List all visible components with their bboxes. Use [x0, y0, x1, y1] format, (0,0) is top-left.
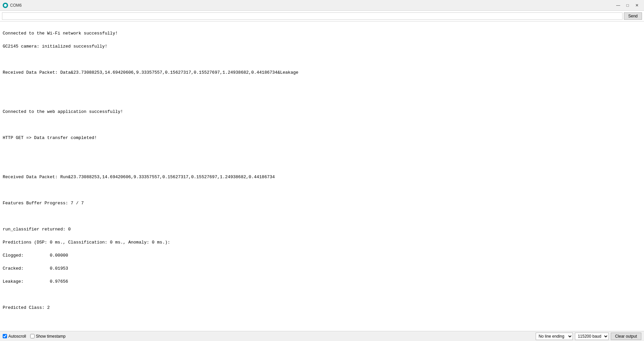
clear-output-button[interactable]: Clear output — [611, 333, 641, 340]
window-controls: — □ ✕ — [614, 2, 641, 9]
output-line: Cracked: 0.01953 — [3, 265, 641, 272]
svg-point-0 — [4, 4, 7, 7]
title-bar-left: COM6 — [3, 3, 22, 8]
window-title: COM6 — [10, 3, 22, 8]
output-line — [3, 187, 641, 194]
output-line: Received Data Packet: Data&23.73088253,1… — [3, 69, 641, 76]
output-line — [3, 161, 641, 167]
output-line — [3, 56, 641, 63]
baud-rate-select[interactable]: 300 baud 1200 baud 2400 baud 4800 baud 9… — [575, 333, 609, 340]
line-ending-select[interactable]: No line ending Newline Carriage return B… — [536, 333, 573, 340]
output-area: Connected to the Wi-Fi network successfu… — [0, 21, 644, 331]
output-line — [3, 122, 641, 128]
output-line: Features Buffer Progress: 7 / 7 — [3, 200, 641, 207]
autoscroll-text: Autoscroll — [8, 334, 26, 339]
output-line — [3, 148, 641, 154]
output-line — [3, 291, 641, 298]
output-line: run_classifier returned: 0 — [3, 226, 641, 233]
autoscroll-label[interactable]: Autoscroll — [3, 334, 26, 339]
output-line — [3, 318, 641, 324]
input-area: Send — [0, 11, 644, 21]
show-timestamp-label[interactable]: Show timestamp — [30, 334, 66, 339]
output-line — [3, 95, 641, 102]
show-timestamp-checkbox[interactable] — [30, 334, 35, 338]
status-right: No line ending Newline Carriage return B… — [536, 333, 641, 340]
autoscroll-checkbox[interactable] — [3, 334, 7, 338]
send-button[interactable]: Send — [624, 12, 642, 20]
serial-input[interactable] — [2, 12, 623, 20]
minimize-button[interactable]: — — [614, 2, 623, 9]
title-bar: COM6 — □ ✕ — [0, 0, 644, 11]
output-line: Connected to the web application success… — [3, 109, 641, 115]
output-line — [3, 82, 641, 89]
output-line: Clogged: 0.00000 — [3, 252, 641, 259]
output-line: Predicted Class: 2 — [3, 304, 641, 311]
app-icon — [3, 3, 8, 8]
status-bar: Autoscroll Show timestamp No line ending… — [0, 331, 644, 341]
show-timestamp-text: Show timestamp — [36, 334, 66, 339]
output-line: Predictions (DSP: 0 ms., Classification:… — [3, 239, 641, 246]
status-left: Autoscroll Show timestamp — [3, 334, 532, 339]
close-button[interactable]: ✕ — [633, 2, 641, 9]
output-line: Connected to the Wi-Fi network successfu… — [3, 30, 641, 37]
output-line: Received Data Packet: Run&23.73088253,14… — [3, 174, 641, 181]
output-line: Leakage: 0.97656 — [3, 278, 641, 285]
output-line: HTTP GET => Data transfer completed! — [3, 135, 641, 141]
output-line: GC2145 camera: initialized successfully! — [3, 43, 641, 50]
maximize-button[interactable]: □ — [623, 2, 632, 9]
output-line — [3, 213, 641, 220]
